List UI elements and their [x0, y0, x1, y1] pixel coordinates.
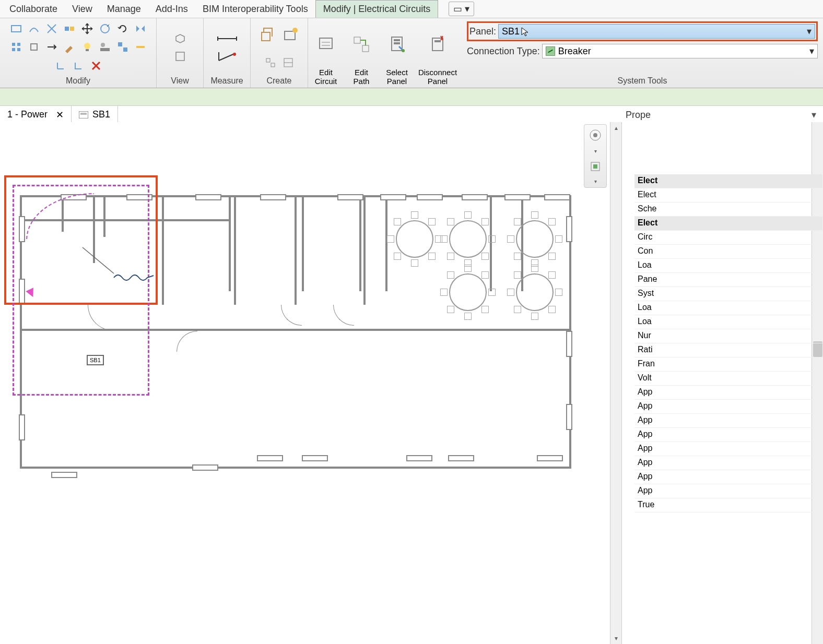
- property-row[interactable]: Pane: [634, 273, 822, 287]
- trim-tool-icon[interactable]: [44, 39, 60, 55]
- svg-rect-13: [118, 42, 122, 46]
- panel-sb1-symbol[interactable]: SB1: [87, 355, 104, 365]
- ribbon-group-create-label: Create: [266, 74, 291, 86]
- create-assembly-icon[interactable]: [280, 55, 296, 70]
- select-panel-button[interactable]: Select Panel: [379, 18, 415, 88]
- ribbon-group-system-tools-label: System Tools: [467, 74, 818, 86]
- menu-manage[interactable]: Manage: [100, 1, 148, 18]
- panel-dropdown-value: SB1: [502, 26, 520, 37]
- chair: [507, 289, 514, 296]
- property-row[interactable]: True: [634, 498, 822, 512]
- steering-wheel-icon: [589, 160, 602, 173]
- menu-modify-electrical[interactable]: Modify | Electrical Circuits: [315, 0, 439, 18]
- edit-path-button[interactable]: Edit Path: [344, 18, 379, 88]
- navcube-dropdown-icon[interactable]: ▾: [594, 148, 597, 154]
- rotate-tool-icon[interactable]: [115, 21, 131, 37]
- property-row[interactable]: App: [634, 470, 822, 484]
- modify-tool-icon[interactable]: [8, 21, 24, 37]
- measure-angle-icon[interactable]: [213, 49, 242, 64]
- menu-bim-interop[interactable]: BIM Interoperability Tools: [195, 1, 315, 18]
- panel-dropdown[interactable]: SB1: [498, 24, 815, 39]
- disconnect-panel-button[interactable]: Disconnect Panel: [415, 18, 461, 88]
- property-row[interactable]: Sche: [634, 202, 822, 217]
- property-row[interactable]: Volt: [634, 372, 822, 386]
- property-row[interactable]: App: [634, 456, 822, 470]
- light-tool-icon[interactable]: [79, 39, 95, 55]
- property-row[interactable]: App: [634, 400, 822, 414]
- align-tool-icon[interactable]: [8, 39, 24, 55]
- offset-tool-icon[interactable]: [97, 21, 113, 37]
- connection-type-label: Connection Type:: [467, 46, 540, 57]
- chair: [464, 211, 472, 219]
- scroll-up-icon[interactable]: ▴: [610, 122, 621, 134]
- menu-view[interactable]: View: [65, 1, 100, 18]
- property-row[interactable]: Con: [634, 245, 822, 259]
- svg-line-36: [83, 247, 114, 273]
- paint-tool-icon[interactable]: [62, 39, 77, 55]
- unpin-tool-icon[interactable]: [70, 58, 86, 74]
- chair: [548, 218, 556, 225]
- mirror-tool-icon[interactable]: [133, 21, 148, 37]
- select-panel-label: Select Panel: [386, 68, 408, 86]
- property-row[interactable]: Fran: [634, 357, 822, 372]
- navigation-cube[interactable]: ▾ ▾: [584, 124, 607, 188]
- connection-type-dropdown[interactable]: Breaker: [542, 44, 818, 58]
- chair: [514, 253, 521, 260]
- property-row[interactable]: Loa: [634, 301, 822, 315]
- chair: [548, 253, 556, 260]
- properties-list: ElectElectScheElectCircConLoaPaneSystLoa…: [634, 174, 822, 512]
- join-tool-icon[interactable]: [62, 21, 77, 37]
- property-row[interactable]: App: [634, 414, 822, 428]
- svg-point-29: [402, 49, 405, 52]
- view-plan-icon[interactable]: [172, 49, 188, 64]
- navcube-options-icon[interactable]: ▾: [594, 178, 597, 184]
- move-tool-icon[interactable]: [79, 21, 95, 37]
- property-row[interactable]: Circ: [634, 231, 822, 245]
- chair: [447, 306, 454, 313]
- tab-list-dropdown-icon[interactable]: ▾: [807, 109, 820, 121]
- ribbon-panel-strip: [0, 88, 823, 106]
- array-tool-icon[interactable]: [115, 39, 131, 55]
- demolish-tool-icon[interactable]: [97, 39, 113, 55]
- chair: [488, 289, 496, 296]
- property-row[interactable]: Loa: [634, 259, 822, 273]
- scale-tool-icon[interactable]: [53, 58, 68, 74]
- menu-addins[interactable]: Add-Ins: [148, 1, 195, 18]
- svg-rect-15: [136, 46, 145, 48]
- connection-type-value: Breaker: [558, 46, 591, 57]
- create-group-icon[interactable]: [280, 24, 301, 45]
- close-icon[interactable]: ✕: [56, 109, 64, 121]
- ribbon-group-modify: Modify: [0, 18, 157, 88]
- property-row[interactable]: Loa: [634, 315, 822, 329]
- svg-rect-21: [271, 63, 275, 67]
- chair: [394, 218, 401, 225]
- delete-tool-icon[interactable]: [88, 58, 104, 74]
- split-tool-icon[interactable]: [26, 39, 42, 55]
- view-tab-power[interactable]: 1 - Power ✕: [0, 106, 72, 123]
- property-row[interactable]: App: [634, 428, 822, 442]
- property-row[interactable]: App: [634, 484, 822, 498]
- ribbon-group-measure-label: Measure: [210, 74, 243, 86]
- property-row[interactable]: App: [634, 386, 822, 400]
- measure-dimension-icon[interactable]: [213, 31, 242, 46]
- scroll-down-icon[interactable]: ▾: [610, 633, 621, 644]
- property-row[interactable]: App: [634, 442, 822, 456]
- property-row[interactable]: Rati: [634, 343, 822, 357]
- drawing-canvas[interactable]: ▾ ▾ ▴ ▾: [0, 122, 621, 644]
- create-similar-icon[interactable]: [263, 55, 278, 70]
- view-3d-icon[interactable]: [172, 31, 188, 46]
- property-row[interactable]: Elect: [634, 188, 822, 202]
- chair: [464, 265, 472, 272]
- edit-circuit-button[interactable]: Edit Circuit: [308, 18, 344, 88]
- view-tab-sb1[interactable]: SB1: [72, 106, 118, 123]
- canvas-vertical-scrollbar[interactable]: ▴ ▾: [610, 122, 621, 644]
- chair: [440, 289, 448, 296]
- menu-overflow-icon[interactable]: ▭ ▾: [449, 2, 474, 16]
- property-row[interactable]: Syst: [634, 287, 822, 301]
- create-component-icon[interactable]: [257, 24, 278, 45]
- cope-tool-icon[interactable]: [26, 21, 42, 37]
- cut-tool-icon[interactable]: [44, 21, 60, 37]
- property-row[interactable]: Nur: [634, 329, 822, 343]
- menu-collaborate[interactable]: Collaborate: [2, 1, 65, 18]
- pin-tool-icon[interactable]: [133, 39, 148, 55]
